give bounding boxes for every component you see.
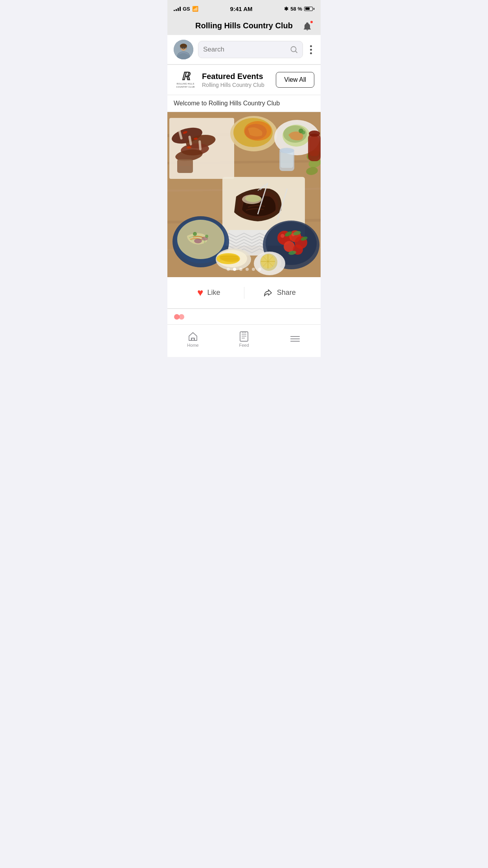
notification-button[interactable] xyxy=(300,19,314,33)
svg-rect-47 xyxy=(281,151,293,168)
welcome-text: Welcome to Rolling Hills Country Club xyxy=(167,95,321,112)
nav-item-home[interactable]: Home xyxy=(167,328,218,348)
svg-point-48 xyxy=(279,148,294,153)
nav-item-feed[interactable]: Feed xyxy=(218,328,270,348)
svg-point-96 xyxy=(309,131,320,137)
search-icon xyxy=(290,46,298,53)
notification-badge xyxy=(310,20,314,24)
home-icon xyxy=(187,332,198,341)
carousel-dot-3[interactable] xyxy=(246,268,249,271)
share-label: Share xyxy=(277,289,296,297)
search-box[interactable] xyxy=(198,41,303,58)
avatar[interactable] xyxy=(174,40,193,59)
logo-rh: ℝ xyxy=(181,71,190,82)
svg-point-56 xyxy=(245,195,261,202)
svg-point-99 xyxy=(179,314,184,320)
svg-rect-100 xyxy=(192,338,194,340)
like-button[interactable]: ♥ Like xyxy=(174,283,244,302)
svg-rect-35 xyxy=(178,160,192,166)
svg-point-64 xyxy=(205,235,208,238)
partial-row xyxy=(167,309,321,324)
status-time: 9:41 AM xyxy=(230,6,253,12)
food-illustration xyxy=(167,112,321,277)
feed-nav-label: Feed xyxy=(239,343,249,348)
action-row: ♥ Like Share xyxy=(167,277,321,309)
wifi-icon: 📶 xyxy=(192,6,198,12)
view-all-button[interactable]: View All xyxy=(276,72,314,88)
featured-events-section: ℝ ROLLING HILLSCOUNTRY CLUB Featured Eve… xyxy=(167,65,321,95)
home-svg xyxy=(188,332,198,341)
status-bar: GS 📶 9:41 AM ✱ 58 % xyxy=(167,0,321,17)
logo-name: ROLLING HILLSCOUNTRY CLUB xyxy=(176,83,195,88)
carousel-dots xyxy=(227,268,261,271)
dot-2 xyxy=(310,49,312,51)
share-svg xyxy=(263,288,273,298)
carousel-dot-1[interactable] xyxy=(233,268,236,271)
avatar-image xyxy=(174,40,193,59)
carousel-dot-5[interactable] xyxy=(258,268,261,271)
battery-icon xyxy=(304,7,314,11)
avatar-svg xyxy=(174,40,193,59)
feed-icon xyxy=(238,332,250,341)
home-nav-label: Home xyxy=(187,343,198,348)
svg-point-8 xyxy=(184,47,185,48)
status-left: GS 📶 xyxy=(174,6,198,12)
heart-icon: ♥ xyxy=(197,287,203,299)
featured-left: ℝ ROLLING HILLSCOUNTRY CLUB Featured Eve… xyxy=(174,71,264,88)
svg-rect-101 xyxy=(240,332,248,341)
svg-point-45 xyxy=(301,131,305,134)
carrier-label: GS xyxy=(183,6,190,12)
svg-point-7 xyxy=(182,47,183,48)
featured-title: Featured Events xyxy=(202,72,264,81)
svg-line-16 xyxy=(295,51,297,53)
status-right: ✱ 58 % xyxy=(284,6,314,12)
food-carousel[interactable] xyxy=(167,112,321,277)
search-row xyxy=(167,35,321,64)
svg-point-63 xyxy=(193,232,197,236)
nav-item-menu[interactable] xyxy=(270,330,321,345)
menu-icon xyxy=(290,334,301,344)
featured-info: Featured Events Rolling Hills Country Cl… xyxy=(202,72,264,88)
share-button[interactable]: Share xyxy=(244,285,315,301)
svg-point-98 xyxy=(174,314,180,320)
club-logo: ℝ ROLLING HILLSCOUNTRY CLUB xyxy=(174,71,197,88)
more-menu-button[interactable] xyxy=(308,43,314,57)
dot-1 xyxy=(310,45,312,47)
carousel-dot-4[interactable] xyxy=(252,268,255,271)
bell-icon[interactable] xyxy=(300,19,314,33)
app-header: Rolling Hills Country Club xyxy=(167,17,321,35)
menu-svg xyxy=(290,335,300,343)
battery-percent: 58 % xyxy=(290,6,302,12)
share-icon xyxy=(263,288,273,298)
bottom-nav: Home Feed xyxy=(167,324,321,357)
featured-subtitle: Rolling Hills Country Club xyxy=(202,82,264,88)
svg-rect-97 xyxy=(310,136,319,156)
svg-point-61 xyxy=(194,239,202,243)
partial-icon xyxy=(174,313,185,321)
search-input[interactable] xyxy=(203,46,287,53)
dot-3 xyxy=(310,52,312,54)
app-title: Rolling Hills Country Club xyxy=(195,21,293,30)
food-image xyxy=(167,112,321,277)
svg-point-72 xyxy=(281,234,284,238)
carousel-dot-0[interactable] xyxy=(227,268,230,271)
feed-svg xyxy=(239,331,249,342)
bluetooth-icon: ✱ xyxy=(284,6,288,12)
carousel-dot-2[interactable] xyxy=(239,268,242,271)
like-label: Like xyxy=(207,289,220,297)
signal-bars-icon xyxy=(174,6,181,11)
